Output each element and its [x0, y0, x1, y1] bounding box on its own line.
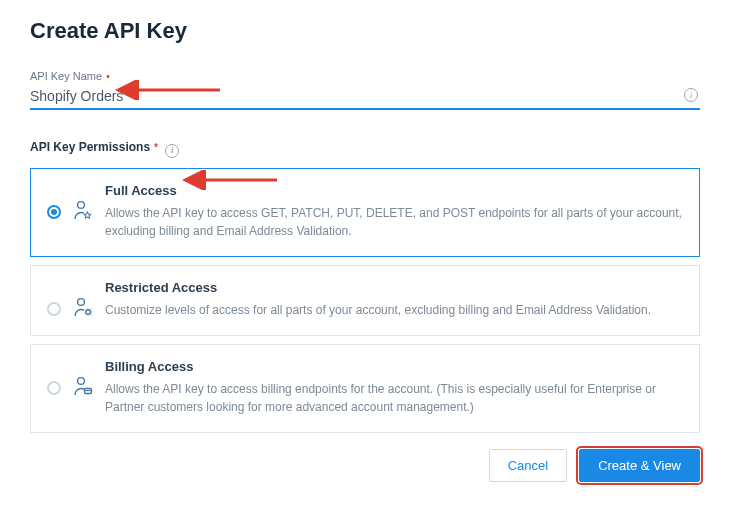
- permissions-heading: API Key Permissions* i: [30, 140, 700, 158]
- api-key-name-label: API Key Name•: [30, 70, 700, 82]
- option-body: Restricted Access Customize levels of ac…: [105, 280, 683, 319]
- person-star-icon: [73, 199, 93, 221]
- permission-options: Full Access Allows the API key to access…: [30, 168, 700, 433]
- create-and-view-button[interactable]: Create & View: [579, 449, 700, 482]
- required-indicator: •: [106, 71, 110, 82]
- option-description: Allows the API key to access billing end…: [105, 380, 683, 416]
- svg-point-0: [78, 201, 85, 208]
- option-body: Billing Access Allows the API key to acc…: [105, 359, 683, 416]
- api-key-name-input[interactable]: [30, 86, 700, 108]
- api-key-name-wrap: i: [30, 86, 700, 110]
- permission-option-full-access[interactable]: Full Access Allows the API key to access…: [30, 168, 700, 257]
- permission-option-billing-access[interactable]: Billing Access Allows the API key to acc…: [30, 344, 700, 433]
- cancel-button[interactable]: Cancel: [489, 449, 567, 482]
- option-title: Restricted Access: [105, 280, 683, 295]
- action-bar: Cancel Create & View: [30, 449, 700, 482]
- option-description: Customize levels of access for all parts…: [105, 301, 683, 319]
- person-card-icon: [73, 375, 93, 397]
- radio-restricted-access[interactable]: [47, 302, 61, 316]
- option-description: Allows the API key to access GET, PATCH,…: [105, 204, 683, 240]
- page-title: Create API Key: [30, 18, 700, 44]
- permission-option-restricted-access[interactable]: Restricted Access Customize levels of ac…: [30, 265, 700, 336]
- option-title: Full Access: [105, 183, 683, 198]
- info-icon[interactable]: i: [165, 144, 179, 158]
- svg-point-3: [78, 377, 85, 384]
- option-title: Billing Access: [105, 359, 683, 374]
- info-icon[interactable]: i: [684, 88, 698, 102]
- required-indicator: *: [154, 142, 158, 153]
- api-key-name-label-text: API Key Name: [30, 70, 102, 82]
- option-body: Full Access Allows the API key to access…: [105, 183, 683, 240]
- person-gear-icon: [73, 296, 93, 318]
- radio-full-access[interactable]: [47, 205, 61, 219]
- svg-point-1: [78, 298, 85, 305]
- permissions-label-text: API Key Permissions: [30, 140, 150, 154]
- radio-billing-access[interactable]: [47, 381, 61, 395]
